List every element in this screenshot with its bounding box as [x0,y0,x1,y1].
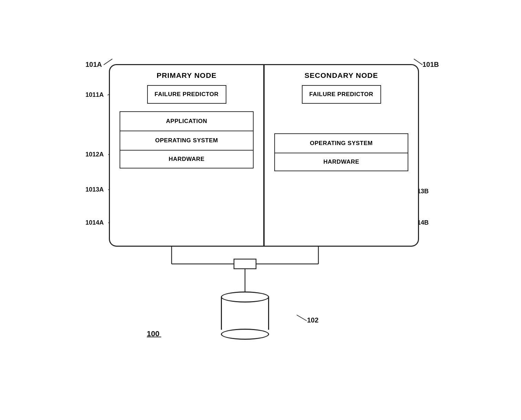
primary-failure-predictor-box: FAILURE PREDICTOR [147,85,226,104]
secondary-node-box: SECONDARY NODE FAILURE PREDICTOR OPERATI… [264,64,419,247]
svg-line-15 [297,315,307,321]
primary-node-ref-label: 101A [85,61,102,68]
database-cylinder [221,291,269,340]
primary-os-label: OPERATING SYSTEM [155,137,218,144]
primary-os-box: OPERATING SYSTEM [120,131,254,151]
primary-hardware-label: HARDWARE [168,156,204,162]
secondary-os-box: OPERATING SYSTEM [274,133,408,153]
database-ref-label: 102 [307,316,318,324]
primary-application-label: APPLICATION [166,118,207,124]
app-primary-ref-label: 1012A [85,151,104,158]
secondary-hardware-box: HARDWARE [274,153,408,171]
diagram-title-label: 100 [147,329,160,338]
hw-primary-ref-label: 1014A [85,219,104,226]
secondary-os-label: OPERATING SYSTEM [310,140,372,146]
secondary-node-ref-label: 101B [422,61,439,68]
svg-rect-12 [234,259,256,269]
primary-node-box: PRIMARY NODE FAILURE PREDICTOR APPLICATI… [109,64,264,247]
primary-node-title: PRIMARY NODE [120,71,254,80]
os-primary-ref-label: 1013A [85,186,104,193]
secondary-failure-predictor-box: FAILURE PREDICTOR [302,85,381,104]
primary-hardware-box: HARDWARE [120,151,254,168]
primary-failure-predictor-label: FAILURE PREDICTOR [155,91,219,98]
fp-primary-ref-label: 1011A [85,91,104,98]
secondary-failure-predictor-label: FAILURE PREDICTOR [309,91,374,98]
secondary-hardware-label: HARDWARE [323,158,359,165]
secondary-node-title: SECONDARY NODE [274,71,408,80]
primary-application-box: APPLICATION [120,111,254,131]
